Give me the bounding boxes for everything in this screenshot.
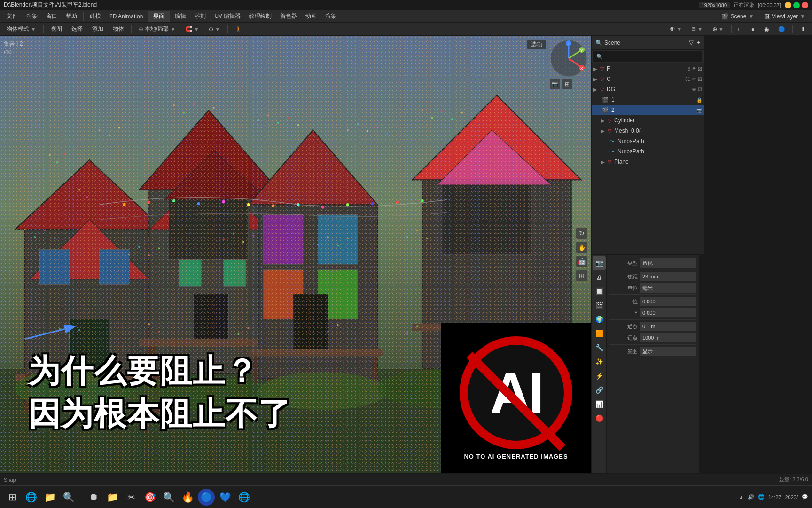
- taskbar-cut[interactable]: ✂: [123, 489, 140, 506]
- props-particles-icon[interactable]: ✨: [593, 355, 606, 368]
- props-world-icon[interactable]: 🌍: [593, 313, 606, 326]
- unit-value[interactable]: 毫米: [640, 283, 696, 293]
- viewport-grid-btn[interactable]: ⊞: [562, 79, 572, 89]
- view-menu[interactable]: 视图: [47, 24, 66, 34]
- menu-modeling[interactable]: 建模: [86, 11, 105, 21]
- taskbar-fire[interactable]: 🔥: [179, 489, 196, 506]
- transform-orientation[interactable]: ⊕ 本地/局部 ▼: [135, 24, 180, 34]
- props-object-icon[interactable]: 🟧: [593, 327, 606, 340]
- checkbox-dg[interactable]: ☑: [698, 87, 702, 92]
- taskbar-record[interactable]: ⏺: [85, 489, 102, 506]
- select-menu[interactable]: 选择: [68, 24, 86, 34]
- type-value[interactable]: 透视: [640, 258, 696, 268]
- near-value[interactable]: 0.1 m: [640, 322, 696, 331]
- props-render-icon[interactable]: 📷: [593, 256, 606, 270]
- menu-shader[interactable]: 着色器: [276, 11, 301, 21]
- far-value[interactable]: 1000 m: [640, 333, 696, 342]
- add-collection-icon[interactable]: +: [696, 39, 700, 46]
- menu-texture-paint[interactable]: 纹理绘制: [245, 11, 275, 21]
- shading-wire[interactable]: □: [735, 25, 746, 33]
- posy-value[interactable]: 0.000: [640, 308, 696, 318]
- play-pause[interactable]: ⏸: [796, 25, 809, 33]
- props-scene-icon[interactable]: 🎬: [593, 299, 606, 312]
- props-constraints-icon[interactable]: 🔗: [593, 383, 606, 397]
- viewport-gizmo[interactable]: ⊕ ▼: [709, 25, 728, 33]
- taskbar-search[interactable]: 🔍: [60, 489, 77, 506]
- display-value[interactable]: 显示: [640, 347, 696, 356]
- person-icon-btn[interactable]: 🚶: [231, 25, 246, 33]
- checkbox-c[interactable]: ☑: [698, 77, 702, 82]
- menu-edit[interactable]: 编辑: [171, 11, 190, 21]
- grid-icon-btn[interactable]: ⊞: [576, 270, 587, 281]
- scene-selector[interactable]: Scene: [730, 13, 746, 20]
- menu-animation[interactable]: 动画: [302, 11, 320, 21]
- taskbar-start[interactable]: ⊞: [4, 489, 21, 506]
- props-modifier-icon[interactable]: 🔧: [593, 341, 606, 354]
- visibility-icon-f[interactable]: 👁: [692, 66, 696, 71]
- tray-arrow[interactable]: ▲: [739, 494, 744, 500]
- outliner-item-cylinder[interactable]: ▶ ▽ Cylinder: [592, 115, 704, 126]
- restrict-icon-1[interactable]: 🔒: [696, 97, 702, 103]
- add-menu[interactable]: 添加: [88, 24, 107, 34]
- menu-interface[interactable]: 界面: [148, 11, 170, 22]
- mode-selector[interactable]: 物体模式 ▼: [3, 24, 40, 34]
- viewport-shading-solid[interactable]: 👁 ▼: [666, 25, 686, 33]
- outliner-item-c[interactable]: ▶ ▽ C 31 👁 ☑: [592, 74, 704, 84]
- outliner-item-dg[interactable]: ▶ ▽ DG 👁 ☑: [592, 84, 704, 95]
- menu-2d-animation[interactable]: 2D Animation: [106, 12, 147, 21]
- taskbar-blender[interactable]: 🔵: [198, 489, 215, 506]
- taskbar-folder[interactable]: 📁: [104, 489, 121, 506]
- props-material-icon[interactable]: 🔴: [593, 412, 606, 425]
- shading-rendered[interactable]: 🔵: [774, 25, 789, 33]
- outliner-search-input[interactable]: [593, 51, 702, 62]
- tray-speaker[interactable]: 🔊: [748, 494, 754, 500]
- viewport-options-button[interactable]: 选项: [527, 40, 546, 49]
- filter-icon[interactable]: ▽: [689, 39, 694, 46]
- shading-solid[interactable]: ●: [748, 25, 758, 33]
- outliner-item-plane[interactable]: ▶ ▽ Plane: [592, 157, 704, 167]
- menu-render2[interactable]: 渲染: [321, 11, 340, 21]
- taskbar-explorer[interactable]: 📁: [41, 489, 58, 506]
- shading-material[interactable]: ◉: [760, 25, 773, 33]
- taskbar-search2[interactable]: 🔍: [160, 489, 177, 506]
- posx-value[interactable]: 0.000: [640, 297, 696, 306]
- hand-tool[interactable]: ✋: [576, 242, 587, 253]
- viewlayer-dropdown[interactable]: ▼: [800, 13, 805, 20]
- close-button[interactable]: [802, 2, 808, 8]
- outliner-item-2[interactable]: 🎬 2 📷: [592, 105, 704, 115]
- checkbox-f[interactable]: ☑: [698, 66, 702, 71]
- menu-sculpt[interactable]: 雕刻: [191, 11, 210, 21]
- taskbar-edge[interactable]: 🌐: [235, 489, 252, 506]
- camera-active-icon[interactable]: 📷: [696, 108, 702, 113]
- menu-help[interactable]: 帮助: [62, 11, 81, 21]
- menu-file[interactable]: 文件: [3, 11, 22, 21]
- visibility-icon-c[interactable]: 👁: [692, 77, 696, 82]
- minimize-button[interactable]: [785, 2, 791, 8]
- taskbar-blue2[interactable]: 💙: [217, 489, 234, 506]
- props-output-icon[interactable]: 🖨: [593, 270, 606, 284]
- tray-notification[interactable]: 💬: [802, 494, 808, 500]
- object-menu[interactable]: 物体: [109, 24, 128, 34]
- viewport-camera-btn[interactable]: 📷: [550, 79, 560, 89]
- viewport[interactable]: 为什么要阻止？ 因为根本阻止不了 AI NO TO AI GENERATED I…: [0, 36, 591, 473]
- menu-window[interactable]: 窗口: [42, 11, 61, 21]
- taskbar-browser1[interactable]: 🌐: [23, 489, 39, 506]
- outliner-item-mesh[interactable]: ▶ ▽ Mesh_0.0(: [592, 126, 704, 136]
- outliner-item-nurbspath2[interactable]: 〜 NurbsPath: [592, 146, 704, 157]
- props-physics-icon[interactable]: ⚡: [593, 369, 606, 382]
- taskbar-target[interactable]: 🎯: [141, 489, 158, 506]
- props-data-icon[interactable]: 📊: [593, 397, 606, 411]
- outliner-item-nurbspath1[interactable]: 〜 NurbsPath: [592, 136, 704, 146]
- focal-value[interactable]: 23 mm: [640, 272, 696, 281]
- scene-dropdown-icon[interactable]: ▼: [748, 13, 754, 20]
- proportional-edit[interactable]: ⊙ ▼: [205, 25, 224, 33]
- outliner-item-1[interactable]: 🎬 1 🔒: [592, 95, 704, 105]
- character-icon-btn[interactable]: 🤖: [576, 256, 587, 267]
- tray-network[interactable]: 🌐: [758, 494, 765, 500]
- menu-uv[interactable]: UV 编辑器: [211, 11, 244, 21]
- rotate-tool[interactable]: ↻: [576, 228, 587, 239]
- props-view-layer-icon[interactable]: 🔲: [593, 285, 606, 298]
- visibility-icon-dg[interactable]: 👁: [692, 87, 696, 92]
- outliner-item-f[interactable]: ▶ ▽ F 6 👁 ☑: [592, 64, 704, 74]
- menu-render[interactable]: 渲染: [23, 11, 41, 21]
